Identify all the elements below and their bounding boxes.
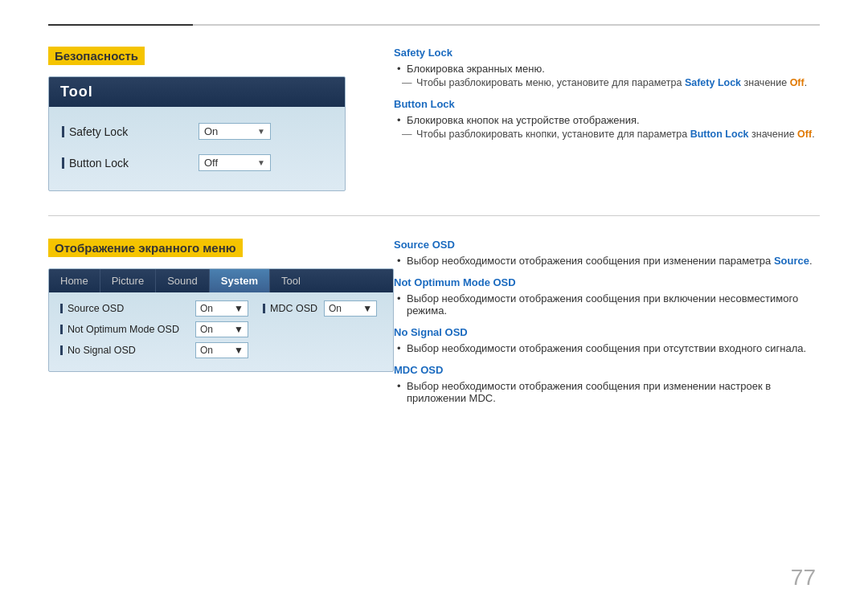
tool-panel: Tool Safety Lock On ▼ (48, 76, 346, 191)
not-optimum-value: On (200, 324, 213, 335)
osd-nav-system[interactable]: System (210, 269, 270, 292)
button-lock-off-highlight: Off (797, 129, 812, 140)
button-lock-label: Button Lock (62, 157, 190, 170)
button-lock-select[interactable]: Off ▼ (199, 154, 271, 171)
button-lock-value: Off (204, 157, 218, 169)
osd-panel-body: Source OSD On ▼ MDC OSD (49, 292, 393, 371)
safety-lock-row: Safety Lock On ▼ (62, 123, 332, 140)
not-optimum-bullet1: Выбор необходимости отображения сообщени… (407, 292, 820, 317)
section-divider (48, 215, 820, 216)
tool-panel-header: Tool (49, 77, 345, 107)
safety-lock-subsection-title: Safety Lock (394, 47, 820, 59)
bar-indicator-notoptimum (60, 325, 63, 334)
no-signal-label: No Signal OSD (60, 345, 189, 356)
osd-nav: Home Picture Sound System Tool (49, 269, 393, 292)
button-lock-arrow: ▼ (257, 158, 265, 167)
page-container: Безопасность Tool Safety Lock On (0, 0, 868, 613)
no-signal-value: On (200, 345, 213, 356)
mdc-osd-bullet1: Выбор необходимости отображения сообщени… (407, 380, 820, 404)
safety-lock-value: On (204, 125, 218, 137)
no-signal-arrow: ▼ (234, 345, 244, 356)
bar-indicator-safety (62, 126, 64, 137)
not-optimum-arrow: ▼ (234, 324, 244, 335)
safety-lock-select[interactable]: On ▼ (199, 123, 271, 140)
section-safety-left: Безопасность Tool Safety Lock On (48, 47, 362, 191)
osd-row-notoptimum: Not Optimum Mode OSD On ▼ (60, 321, 382, 337)
osd-row-source: Source OSD On ▼ MDC OSD (60, 300, 382, 317)
page-number: 77 (791, 565, 816, 591)
osd-panel: Home Picture Sound System Tool Source OS… (48, 268, 394, 372)
bar-indicator-source (60, 304, 63, 313)
not-optimum-select[interactable]: On ▼ (195, 321, 248, 337)
source-osd-bullet1: Выбор необходимости отображения сообщени… (407, 255, 820, 267)
mdc-osd-arrow: ▼ (362, 303, 372, 314)
bar-indicator-button (62, 157, 64, 169)
button-lock-sub1: Чтобы разблокировать кнопки, установите … (416, 129, 820, 140)
safety-lock-label: Safety Lock (62, 125, 190, 138)
no-signal-select[interactable]: On ▼ (195, 342, 248, 358)
osd-row-nosignal: No Signal OSD On ▼ (60, 342, 382, 358)
section-safety-right: Safety Lock Блокировка экранных меню. Чт… (394, 47, 820, 191)
not-optimum-subsection-title: Not Optimum Mode OSD (394, 276, 820, 288)
mdc-osd-label: MDC OSD (263, 303, 317, 314)
osd-nav-home[interactable]: Home (49, 269, 100, 292)
mdc-osd-group: MDC OSD On ▼ (263, 300, 377, 317)
button-lock-row: Button Lock Off ▼ (62, 154, 332, 171)
source-osd-label: Source OSD (60, 303, 189, 314)
osd-nav-picture[interactable]: Picture (100, 269, 156, 292)
osd-nav-sound[interactable]: Sound (156, 269, 210, 292)
safety-lock-arrow: ▼ (257, 127, 265, 136)
mdc-osd-select[interactable]: On ▼ (324, 300, 377, 317)
safety-lock-off-highlight: Off (790, 77, 805, 88)
button-lock-subsection-title: Button Lock (394, 98, 820, 110)
button-lock-bullet1: Блокировка кнопок на устройстве отображе… (407, 114, 820, 126)
tool-panel-body: Safety Lock On ▼ Button Lock (49, 107, 345, 190)
source-osd-highlight: Source (774, 255, 809, 267)
source-osd-arrow: ▼ (234, 303, 244, 314)
section-osd-left: Отображение экранного меню Home Picture … (48, 239, 362, 407)
source-osd-select[interactable]: On ▼ (195, 300, 248, 317)
mdc-osd-subsection-title: MDC OSD (394, 364, 820, 376)
section-safety-title: Безопасность (48, 47, 145, 65)
safety-lock-highlight: Safety Lock (685, 77, 741, 88)
not-optimum-label: Not Optimum Mode OSD (60, 324, 189, 335)
no-signal-bullet1: Выбор необходимости отображения сообщени… (407, 342, 820, 354)
top-divider (48, 24, 820, 26)
section-osd-right: Source OSD Выбор необходимости отображен… (394, 239, 820, 407)
osd-nav-tool[interactable]: Tool (270, 269, 312, 292)
safety-lock-bullet1: Блокировка экранных меню. (407, 63, 820, 75)
section-safety: Безопасность Tool Safety Lock On (48, 47, 820, 191)
safety-lock-sub1: Чтобы разблокировать меню, установите дл… (416, 77, 820, 88)
section-osd: Отображение экранного меню Home Picture … (48, 239, 820, 407)
source-osd-value: On (200, 303, 213, 314)
bar-indicator-nosignal (60, 345, 63, 355)
section-osd-title: Отображение экранного меню (48, 239, 243, 257)
no-signal-subsection-title: No Signal OSD (394, 326, 820, 338)
bar-indicator-mdc (263, 304, 265, 313)
source-osd-subsection-title: Source OSD (394, 239, 820, 251)
button-lock-highlight: Button Lock (690, 129, 749, 140)
mdc-osd-value: On (329, 303, 342, 314)
